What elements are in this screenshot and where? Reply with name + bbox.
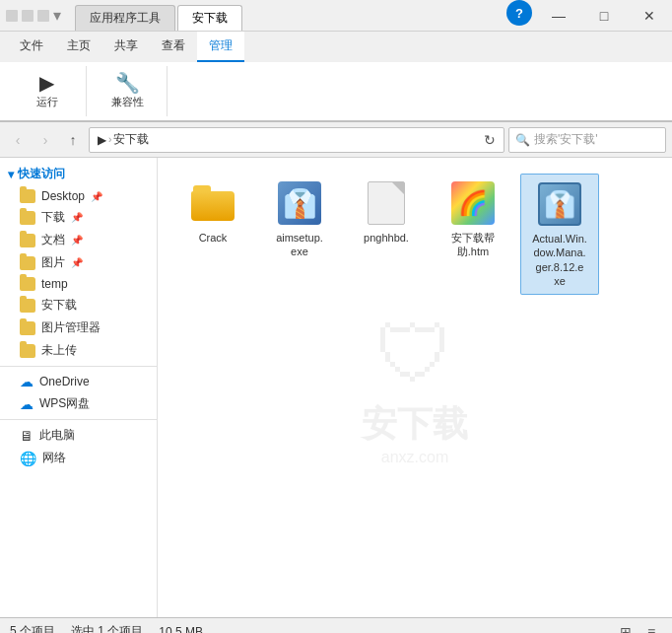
sidebar-item-pc[interactable]: 🖥 此电脑 xyxy=(0,424,157,447)
run-label: 运行 xyxy=(36,95,58,109)
watermark: 🛡 安下载 anxz.com xyxy=(362,310,468,466)
forward-button[interactable]: › xyxy=(34,128,57,152)
photo-icon: 🌈 xyxy=(449,179,497,227)
folder-icon xyxy=(189,179,236,227)
sidebar-item-label: 图片管理器 xyxy=(41,319,101,336)
folder-icon xyxy=(20,189,35,203)
file-label: Crack xyxy=(199,231,228,245)
up-button[interactable]: ↑ xyxy=(61,128,85,152)
watermark-text: 安下载 xyxy=(362,400,468,449)
sidebar-item-notup[interactable]: 未上传 xyxy=(0,339,157,362)
titlebar-controls: — □ ✕ xyxy=(536,0,672,31)
quick-access-icon xyxy=(22,10,34,22)
ribbon: 文件 主页 共享 查看 管理 ▶ 运行 🔧 兼容性 xyxy=(0,32,672,122)
sidebar-item-label: WPS网盘 xyxy=(39,395,90,412)
search-box[interactable]: 🔍 搜索'安下载' xyxy=(508,127,666,153)
file-label: aimsetup.exe xyxy=(276,231,323,259)
tab-share[interactable]: 共享 xyxy=(102,32,150,62)
file-item-help[interactable]: 🌈 安下载帮助.htm xyxy=(434,174,512,265)
folder-icon xyxy=(20,277,35,291)
sidebar-quick-access[interactable]: ▾ 快速访问 xyxy=(0,162,157,186)
view-large-icons-button[interactable]: ⊞ xyxy=(615,621,637,634)
tab-home[interactable]: 主页 xyxy=(55,32,102,62)
status-size: 10.5 MB xyxy=(159,625,203,634)
file-label: Actual.Win.dow.Mana.ger.8.12.exe xyxy=(532,232,587,288)
files-grid: Crack aimsetup.exe pnghhbd. 🌈 xyxy=(173,174,656,295)
ribbon-group-run: ▶ 运行 xyxy=(8,66,87,116)
folder-icon xyxy=(20,321,35,335)
refresh-icon[interactable]: ↻ xyxy=(484,132,496,148)
ribbon-btn-run[interactable]: ▶ 运行 xyxy=(31,71,64,111)
network-icon: 🌐 xyxy=(20,451,36,466)
exe-icon xyxy=(276,179,323,227)
dropdown-arrow-icon[interactable]: ▾ xyxy=(53,6,61,25)
sidebar-item-temp[interactable]: temp xyxy=(0,274,157,294)
address-path: ▶ › 安下载 xyxy=(98,131,149,148)
tab-manage[interactable]: 管理 xyxy=(197,32,244,62)
folder-icon xyxy=(20,234,35,247)
tab-file[interactable]: 文件 xyxy=(8,32,55,62)
tab-download[interactable]: 安下载 xyxy=(177,5,242,31)
sidebar-item-pictures[interactable]: 图片 📌 xyxy=(0,251,157,274)
sidebar-item-network[interactable]: 🌐 网络 xyxy=(0,447,157,469)
file-item-crack[interactable]: Crack xyxy=(173,174,252,250)
pin-icon: 📌 xyxy=(71,212,83,223)
file-label: pnghhbd. xyxy=(364,231,409,245)
cloud-icon: ☁ xyxy=(20,374,34,389)
sidebar-item-label: 文档 xyxy=(41,232,65,248)
sidebar-item-docs[interactable]: 文档 📌 xyxy=(0,229,157,251)
titlebar-tabs: 应用程序工具 安下载 xyxy=(67,0,506,31)
filearea: 🛡 安下载 anxz.com Crack ai xyxy=(158,158,672,617)
pin-icon: 📌 xyxy=(91,191,102,202)
help-button[interactable]: ? xyxy=(506,0,532,26)
file-label: 安下载帮助.htm xyxy=(451,231,495,259)
ribbon-content: ▶ 运行 🔧 兼容性 xyxy=(0,62,672,121)
sidebar-item-wps[interactable]: ☁ WPS网盘 xyxy=(0,392,157,415)
sidebar-item-label: 安下载 xyxy=(41,297,77,314)
run-icon: ▶ xyxy=(39,73,54,93)
folder-icon xyxy=(20,299,35,313)
folder-icon xyxy=(20,344,35,358)
addressbar: ‹ › ↑ ▶ › 安下载 ↻ 🔍 搜索'安下载' xyxy=(0,122,672,158)
sidebar-item-label: 此电脑 xyxy=(39,427,75,444)
pc-icon: 🖥 xyxy=(20,428,34,444)
sidebar-item-desktop[interactable]: Desktop 📌 xyxy=(0,186,157,206)
sidebar-item-label: temp xyxy=(41,277,68,291)
sidebar: ▾ 快速访问 Desktop 📌 下载 📌 文档 📌 图片 📌 temp xyxy=(0,158,158,617)
back-button[interactable]: ‹ xyxy=(6,128,30,152)
sidebar-quick-access-label: 快速访问 xyxy=(18,166,65,182)
file-item-awm[interactable]: Actual.Win.dow.Mana.ger.8.12.exe xyxy=(520,174,599,295)
main-area: ▾ 快速访问 Desktop 📌 下载 📌 文档 📌 图片 📌 temp xyxy=(0,158,672,617)
status-item-count: 5 个项目 xyxy=(10,623,55,633)
statusbar: 5 个项目 选中 1 个项目 10.5 MB ⊞ ≡ xyxy=(0,617,672,633)
path-folder: 安下载 xyxy=(113,131,149,148)
view-list-button[interactable]: ≡ xyxy=(640,621,662,634)
folder-icon xyxy=(20,211,35,225)
folder-icon xyxy=(20,256,35,270)
path-separator: › xyxy=(108,134,111,145)
file-item-aimsetup[interactable]: aimsetup.exe xyxy=(260,174,339,265)
status-selected: 选中 1 个项目 xyxy=(71,623,143,633)
titlebar-left: ▾ xyxy=(0,0,67,31)
address-box[interactable]: ▶ › 安下载 ↻ xyxy=(89,127,504,153)
close-button[interactable]: ✕ xyxy=(627,0,672,32)
search-icon: 🔍 xyxy=(515,133,530,147)
sidebar-item-picmanager[interactable]: 图片管理器 xyxy=(0,316,157,339)
file-item-pnghhbd[interactable]: pnghhbd. xyxy=(347,174,426,250)
sidebar-item-label: OneDrive xyxy=(39,375,90,388)
sidebar-item-download[interactable]: 下载 📌 xyxy=(0,206,157,229)
tab-app-tools[interactable]: 应用程序工具 xyxy=(75,5,175,31)
search-placeholder: 搜索'安下载' xyxy=(534,131,598,148)
maximize-button[interactable]: □ xyxy=(581,0,627,32)
ribbon-group-compat: 🔧 兼容性 xyxy=(89,66,168,116)
statusbar-view-controls: ⊞ ≡ xyxy=(615,621,662,634)
titlebar: ▾ 应用程序工具 安下载 ? — □ ✕ xyxy=(0,0,672,32)
path-root-icon: ▶ xyxy=(98,133,106,147)
tab-view[interactable]: 查看 xyxy=(150,32,197,62)
minimize-button[interactable]: — xyxy=(536,0,581,32)
sidebar-item-onedrive[interactable]: ☁ OneDrive xyxy=(0,371,157,392)
sidebar-divider2 xyxy=(0,419,157,420)
sidebar-item-anzaixia[interactable]: 安下载 xyxy=(0,294,157,316)
ribbon-tabs: 文件 主页 共享 查看 管理 xyxy=(0,32,672,62)
ribbon-btn-compat[interactable]: 🔧 兼容性 xyxy=(105,71,150,111)
